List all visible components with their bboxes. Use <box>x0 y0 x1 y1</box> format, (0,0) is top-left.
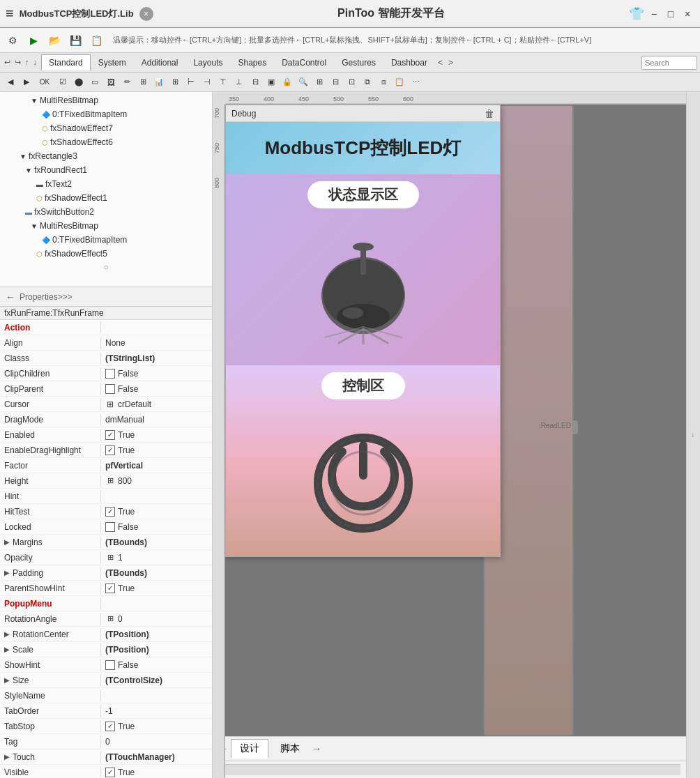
checkbox-enabled[interactable]: ✓ <box>105 430 115 440</box>
checkbox-parentshowhint[interactable]: ✓ <box>105 584 115 593</box>
expand-icon-padding[interactable]: ▶ <box>4 569 10 577</box>
icon-btn-more[interactable]: ⋯ <box>408 75 423 90</box>
tab-search-input[interactable] <box>641 56 697 70</box>
icon-btn-chart[interactable]: 📊 <box>151 75 167 90</box>
tree-item[interactable]: ▼ MultiResBitmap <box>1 93 211 107</box>
tree-item[interactable]: ⬡ fxShadowEffect7 <box>1 121 211 135</box>
prop-row-locked[interactable]: Locked False <box>0 519 212 535</box>
checkbox-enabledraghighlight[interactable]: ✓ <box>105 445 115 455</box>
expand-icon-size[interactable]: ▶ <box>4 676 10 684</box>
canvas-tab-design[interactable]: 设计 <box>231 739 268 758</box>
expand-icon-scale[interactable]: ▶ <box>4 646 10 653</box>
prop-row-clipparent[interactable]: ClipParent False <box>0 381 212 397</box>
prop-row-parentshowhint[interactable]: ParentShowHint ✓ True <box>0 581 212 596</box>
tree-nav-up[interactable]: ↑ <box>24 56 31 68</box>
icon-btn-pencil[interactable]: ✏ <box>119 75 135 90</box>
prop-row-clipchildren[interactable]: ClipChildren False <box>0 366 212 381</box>
icon-btn-zoom4[interactable]: ⊡ <box>344 75 359 90</box>
canvas-area[interactable]: 350 400 450 500 550 600 700 750 800 <box>213 92 686 778</box>
properties-link[interactable]: Properties>>> <box>20 292 209 302</box>
icon-btn-group[interactable]: ▣ <box>264 75 279 90</box>
toolbar-btn-5[interactable]: 📋 <box>86 31 106 50</box>
debug-delete-btn[interactable]: 🗑 <box>485 108 494 119</box>
icon-btn-frame[interactable]: ⊞ <box>135 75 151 90</box>
tab-system[interactable]: System <box>91 54 134 70</box>
tab-prev-btn[interactable]: < <box>435 56 446 69</box>
tree-item[interactable]: ⬡ fxShadowEffect5 <box>1 247 211 261</box>
checkbox-clipparent[interactable] <box>105 384 115 394</box>
icon-btn-circle[interactable]: ⬤ <box>71 75 86 90</box>
icon-btn-zoom3[interactable]: ⊟ <box>328 75 343 90</box>
icon-btn-grid[interactable]: ⊞ <box>167 75 183 90</box>
tree-nav-down[interactable]: ↓ <box>32 56 39 68</box>
canvas-tab-script[interactable]: 脚本 <box>271 739 309 758</box>
icon-btn-zoom2[interactable]: ⊞ <box>312 75 327 90</box>
icon-btn-align-r[interactable]: ⊣ <box>199 75 215 90</box>
tab-dashboard[interactable]: Dashboar <box>383 54 435 70</box>
prop-row-touch[interactable]: ▶ Touch (TTouchManager) <box>0 749 212 765</box>
icon-btn-check[interactable]: ☑ <box>55 75 70 90</box>
tab-layouts[interactable]: Layouts <box>185 54 230 70</box>
prop-row-stylename[interactable]: StyleName <box>0 688 212 703</box>
tree-item[interactable]: 🔷 0:TFixedBitmapItem <box>1 233 211 247</box>
prop-row-dragmode[interactable]: DragMode dmManual <box>0 412 212 427</box>
close-button[interactable]: × <box>680 7 694 21</box>
prop-row-showhint[interactable]: ShowHint False <box>0 657 212 673</box>
tree-item[interactable]: ⬡ fxShadowEffect1 <box>1 191 211 205</box>
prop-row-opacity[interactable]: Opacity ⊞ 1 <box>0 550 212 565</box>
icon-btn-zoom1[interactable]: 🔍 <box>296 75 311 90</box>
prop-row-align[interactable]: Align None <box>0 335 212 351</box>
prop-row-hittest[interactable]: HitTest ✓ True <box>0 504 212 519</box>
icon-btn-next[interactable]: ▶ <box>19 75 34 90</box>
tree-item[interactable]: ▼ fxRoundRect1 <box>1 163 211 177</box>
tab-additional[interactable]: Additional <box>134 54 186 70</box>
tree-item[interactable]: ⬡ fxShadowEffect6 <box>1 135 211 149</box>
prop-row-padding[interactable]: ▶ Padding (TBounds) <box>0 565 212 581</box>
prop-row-height[interactable]: Height ⊞ 800 <box>0 473 212 489</box>
tree-item[interactable]: ▼ fxRectangle3 <box>1 149 211 163</box>
lib-close-button[interactable]: × <box>139 7 153 21</box>
prop-row-scale[interactable]: ▶ Scale (TPosition) <box>0 642 212 657</box>
icon-btn-align-t[interactable]: ⊤ <box>215 75 231 90</box>
tab-shapes[interactable]: Shapes <box>230 54 274 70</box>
prop-row-size[interactable]: ▶ Size (TControlSize) <box>0 673 212 688</box>
icon-btn-align-l[interactable]: ⊢ <box>183 75 199 90</box>
expand-icon-rc[interactable]: ▶ <box>4 630 10 638</box>
toolbar-btn-1[interactable]: ⚙ <box>3 31 22 50</box>
expand-icon-margins[interactable]: ▶ <box>4 538 10 546</box>
tree-item[interactable]: ▼ MultiResBitmap <box>1 219 211 233</box>
tree-item[interactable]: ▬ fxText2 <box>1 177 211 191</box>
icon-btn-lock[interactable]: 🔒 <box>280 75 295 90</box>
tree-item[interactable]: 🔷 0:TFixedBitmapItem <box>1 107 211 121</box>
run-button[interactable]: ▶ <box>24 31 43 50</box>
tree-item[interactable]: ▬ fxSwitchButton2 <box>1 205 211 219</box>
save-button[interactable]: 💾 <box>66 31 85 50</box>
prop-row-factor[interactable]: Factor pfVertical <box>0 458 212 473</box>
prop-row-classs[interactable]: Classs (TStringList) <box>0 351 212 366</box>
icon-btn-align-b[interactable]: ⊥ <box>231 75 247 90</box>
prop-row-enabled[interactable]: Enabled ✓ True <box>0 427 212 443</box>
checkbox-visible[interactable]: ✓ <box>105 768 115 777</box>
icon-btn-align-c[interactable]: ⊟ <box>248 75 263 90</box>
icon-btn-copy2[interactable]: ⧈ <box>376 75 391 90</box>
icon-btn-img[interactable]: 🖼 <box>103 75 119 90</box>
checkbox-hittest[interactable]: ✓ <box>105 507 115 517</box>
icon-btn-label[interactable]: OK <box>35 75 54 90</box>
open-button[interactable]: 📂 <box>45 31 64 50</box>
tree-nav-fwd[interactable]: ↪ <box>13 56 22 68</box>
icon-btn-rect[interactable]: ▭ <box>87 75 102 90</box>
prop-row-rotationangle[interactable]: RotationAngle ⊞ 0 <box>0 611 212 627</box>
tree-area[interactable]: ▼ MultiResBitmap 🔷 0:TFixedBitmapItem ⬡ … <box>0 92 212 287</box>
prop-row-tabstop[interactable]: TabStop ✓ True <box>0 719 212 734</box>
prop-row-enabledraghighlight[interactable]: EnableDragHighlight ✓ True <box>0 443 212 458</box>
tab-next-btn[interactable]: > <box>446 56 456 69</box>
tab-gestures[interactable]: Gestures <box>334 54 383 70</box>
prop-row-popupmenu[interactable]: PopupMenu <box>0 596 212 611</box>
prop-row-hint[interactable]: Hint <box>0 489 212 504</box>
icon-btn-paste[interactable]: 📋 <box>392 75 407 90</box>
minimize-button[interactable]: − <box>647 7 661 21</box>
checkbox-clipchildren[interactable] <box>105 369 115 379</box>
tree-nav-back[interactable]: ↩ <box>3 56 12 68</box>
prop-row-cursor[interactable]: Cursor ⊞ crDefault <box>0 397 212 412</box>
tab-datacontrol[interactable]: DataControl <box>274 54 334 70</box>
